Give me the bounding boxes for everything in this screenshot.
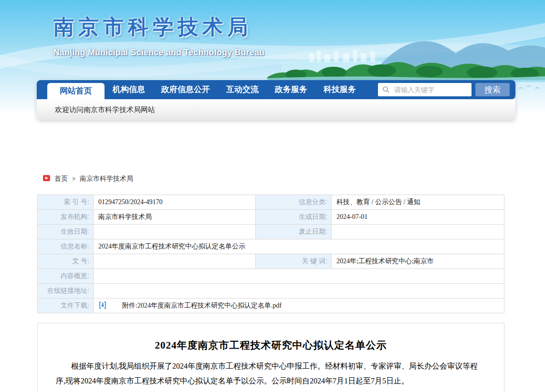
nav-item-interaction[interactable]: 互动交流 [218,80,267,99]
created-date-label: 生成日期: [256,210,332,225]
effective-date-value [94,225,256,239]
document-info-table: 索 引 号: 012947250/2024-49170 信息分类: 科技、教育 … [37,195,504,313]
search-icon [382,86,390,95]
nav-item-home[interactable]: 网站首页 [47,83,105,99]
effective-date-label: 生效日期: [38,225,94,239]
main-nav: 网站首页 机构信息 政府信息公开 互动交流 政务服务 科技服务 搜索 [37,80,515,99]
breadcrumb-current[interactable]: 南京市科学技术局 [80,175,133,183]
site-title: 南京市科学技术局 [53,13,264,41]
expiry-date-label: 废止日期: [256,225,332,239]
breadcrumb: 首页 > 南京市科学技术局 [43,175,545,183]
table-row: 索 引 号: 012947250/2024-49170 信息分类: 科技、教育 … [38,195,504,210]
article-panel: 2024年度南京市工程技术研究中心拟认定名单公示 根据年度计划,我局组织开展了2… [37,323,504,392]
category-value: 科技、教育 / 公示公告 / 通知 [332,195,504,210]
table-row: 文 号: 关 键 词: 2024年;工程技术研究中心;南京市 [38,254,504,269]
site-logo: 南京市科学技术局 Nanjing Municipal Science and T… [53,13,264,58]
table-row: 生效日期: 废止日期: [38,225,504,239]
keywords-value: 2024年;工程技术研究中心;南京市 [332,254,504,269]
info-name-value: 2024年度南京市工程技术研究中心拟认定名单公示 [94,239,504,254]
table-row: 信息名称: 2024年度南京市工程技术研究中心拟认定名单公示 [38,239,504,254]
nav-item-gov-disclosure[interactable]: 政府信息公开 [153,80,218,99]
breadcrumb-icon [43,175,50,183]
info-name-label: 信息名称: [38,239,94,254]
site-subtitle: Nanjing Municipal Science and Technology… [53,48,264,58]
breadcrumb-separator: > [72,175,75,182]
header-block: 网站首页 机构信息 政府信息公开 互动交流 政务服务 科技服务 搜索 欢迎访问南… [37,80,515,120]
nav-item-tech-services[interactable]: 科技服务 [315,80,364,99]
nav-item-org-info[interactable]: 机构信息 [105,80,153,99]
nav-item-gov-services[interactable]: 政务服务 [267,80,315,99]
search-button[interactable]: 搜索 [475,83,510,96]
table-row: 在线链接地址: [38,284,504,299]
attachment-link[interactable]: 附件:2024年度南京市工程技术研究中心拟认定名单.pdf [112,301,282,310]
search-area: 搜索 [378,83,515,96]
search-input[interactable] [378,83,472,96]
article-paragraph: 根据年度计划,我局组织开展了2024年度南京市工程技术研究中心申报工作。经材料初… [56,359,486,388]
expiry-date-value [332,225,504,239]
index-number-label: 索 引 号: [38,195,94,210]
table-row: 内容概览: [38,269,504,284]
doc-number-label: 文 号: [38,254,94,269]
summary-value [94,269,504,284]
category-label: 信息分类: [256,195,332,210]
publisher-label: 发布机构: [38,210,94,225]
file-download-label: 文件下载: [38,299,94,313]
summary-label: 内容概览: [38,269,94,284]
online-link-value [94,284,504,299]
table-row: 文件下载: 附件:2024年度南京市工程技术研究中心拟认定名单.pdf [38,299,504,313]
keywords-label: 关 键 词: [256,254,332,269]
welcome-text: 欢迎访问南京市科学技术局网站 [55,105,155,113]
online-link-label: 在线链接地址: [38,284,94,299]
index-number-value: 012947250/2024-49170 [94,195,256,210]
download-icon[interactable] [98,301,107,311]
welcome-bar: 欢迎访问南京市科学技术局网站 [37,99,515,120]
created-date-value: 2024-07-01 [332,210,504,225]
publisher-value: 南京市科学技术局 [94,210,256,225]
doc-number-value [94,254,256,269]
article-title: 2024年度南京市工程技术研究中心拟认定名单公示 [56,339,486,352]
table-row: 发布机构: 南京市科学技术局 生成日期: 2024-07-01 [38,210,504,225]
breadcrumb-home[interactable]: 首页 [54,175,68,183]
